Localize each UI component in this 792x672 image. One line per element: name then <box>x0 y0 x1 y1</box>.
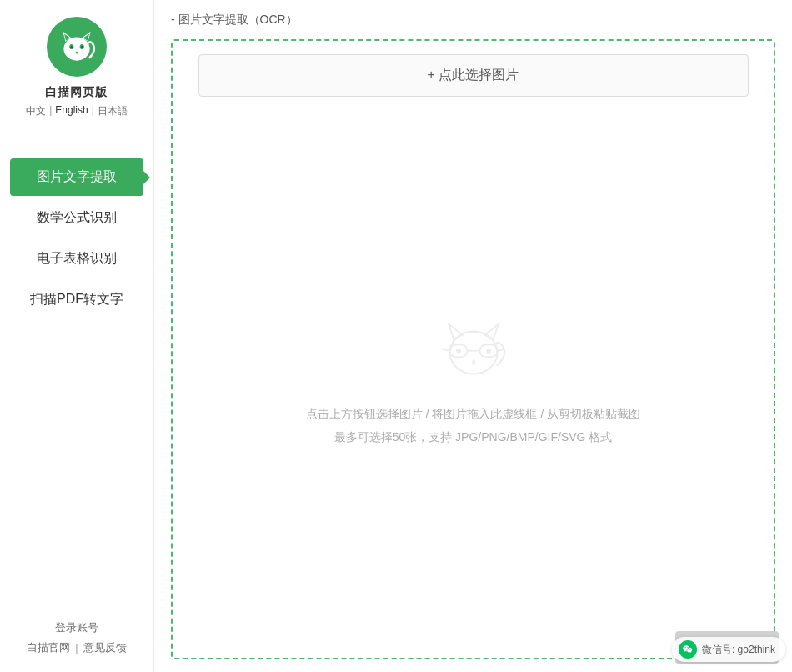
cat-logo-icon <box>55 25 98 68</box>
svg-point-7 <box>70 46 73 49</box>
lang-sep-1: | <box>49 104 52 118</box>
svg-marker-12 <box>484 323 499 339</box>
sidebar: 白描网页版 中文 | English | 日本語 图片文字提取 数学公式识别 电… <box>0 0 154 672</box>
lang-ja[interactable]: 日本語 <box>98 104 128 118</box>
language-switcher: 中文 | English | 日本語 <box>26 104 128 118</box>
placeholder-text: 点击上方按钮选择图片 / 将图片拖入此虚线框 / 从剪切板粘贴截图 最多可选择5… <box>306 402 640 449</box>
footer-links-row: 白描官网 | 意见反馈 <box>27 640 126 655</box>
login-link[interactable]: 登录账号 <box>55 620 98 635</box>
nav-item-pdf[interactable]: 扫描PDF转文字 <box>10 281 143 318</box>
lang-sep-2: | <box>92 104 94 118</box>
official-site-link[interactable]: 白描官网 <box>27 640 70 655</box>
wechat-text: 微信号: go2think <box>702 643 775 657</box>
svg-point-0 <box>63 38 89 61</box>
page-title: - 图片文字提取（OCR） <box>171 13 775 28</box>
svg-marker-18 <box>471 359 475 362</box>
svg-point-19 <box>456 348 461 353</box>
lang-en[interactable]: English <box>55 104 88 118</box>
placeholder-area: 点击上方按钮选择图片 / 将图片拖入此虚线框 / 从剪切板粘贴截图 最多可选择5… <box>306 113 640 644</box>
placeholder-line2: 最多可选择50张，支持 JPG/PNG/BMP/GIF/SVG 格式 <box>306 425 640 449</box>
main-nav: 图片文字提取 数学公式识别 电子表格识别 扫描PDF转文字 <box>0 158 153 322</box>
placeholder-line1: 点击上方按钮选择图片 / 将图片拖入此虚线框 / 从剪切板粘贴截图 <box>306 402 640 425</box>
app-logo <box>47 17 107 77</box>
svg-marker-11 <box>449 323 463 339</box>
wechat-icon <box>679 640 697 659</box>
nav-item-table[interactable]: 电子表格识别 <box>10 240 143 278</box>
lang-zh[interactable]: 中文 <box>26 104 46 118</box>
logo-area: 白描网页版 中文 | English | 日本語 <box>26 17 128 118</box>
app-name: 白描网页版 <box>45 85 108 100</box>
svg-line-16 <box>442 349 449 350</box>
nav-item-math[interactable]: 数学公式识别 <box>10 199 143 237</box>
wechat-watermark: 微信号: go2think <box>672 637 785 662</box>
nav-item-ocr[interactable]: 图片文字提取 <box>10 158 143 196</box>
svg-point-8 <box>81 46 83 49</box>
feedback-link[interactable]: 意见反馈 <box>83 640 127 655</box>
placeholder-cat-icon <box>436 310 511 385</box>
drop-zone[interactable]: + 点此选择图片 <box>171 39 775 659</box>
main-content: - 图片文字提取（OCR） + 点此选择图片 <box>154 0 792 672</box>
footer-sep: | <box>75 642 78 654</box>
svg-point-20 <box>486 348 491 353</box>
sidebar-footer: 登录账号 白描官网 | 意见反馈 <box>27 620 126 655</box>
upload-button[interactable]: + 点此选择图片 <box>198 54 749 97</box>
